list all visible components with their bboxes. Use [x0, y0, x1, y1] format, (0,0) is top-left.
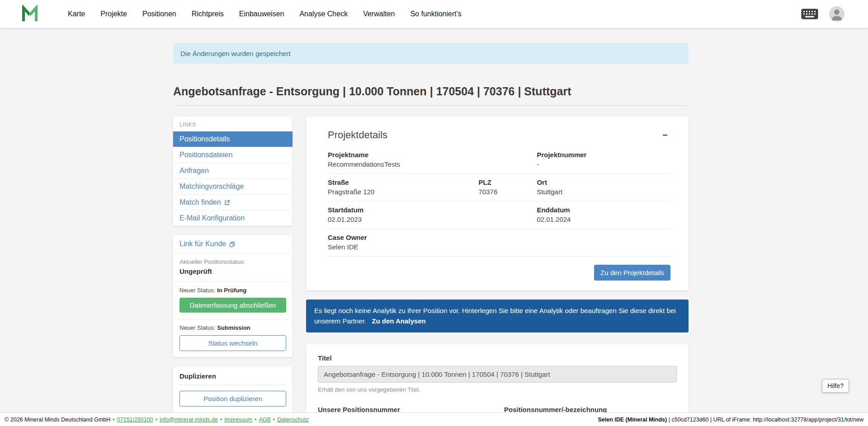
- next-status-section-2: Neuer Status: Submission Status wechseln: [173, 319, 292, 357]
- person-icon: [829, 6, 844, 22]
- next-status-line: Neuer Status: Submission: [179, 324, 286, 331]
- project-field-row: Case Owner Selen IDE: [328, 229, 670, 257]
- links-header: LINKS: [173, 117, 292, 131]
- left-sidebar: LINKS Positionsdetails Positionsdateien …: [173, 117, 292, 426]
- project-details-title: Projektdetails: [328, 129, 387, 141]
- customer-link[interactable]: Link für Kunde: [173, 235, 292, 253]
- footer-separator: •: [220, 417, 222, 423]
- duplicate-card: Duplizieren Position duplizieren: [173, 366, 292, 413]
- sidebar-item-matchingvorschlaege[interactable]: Matchingvorschläge: [173, 178, 292, 194]
- nav-item-karte[interactable]: Karte: [68, 10, 85, 18]
- content-column: Projektdetails − Projektname Recommendat…: [306, 117, 689, 426]
- title-help-text: Erhält den von uns vorgegebenen Titel.: [318, 386, 677, 393]
- duplicate-position-button[interactable]: Position duplizieren: [179, 391, 286, 407]
- sidebar-item-anfragen[interactable]: Anfragen: [173, 163, 292, 178]
- field-label: Straße: [328, 178, 479, 186]
- nav-item-richtpreis[interactable]: Richtpreis: [192, 10, 224, 18]
- session-user: Selen IDE (Mineral Minds): [598, 417, 667, 423]
- external-link-icon: [224, 200, 230, 206]
- collapse-minus-icon[interactable]: −: [660, 130, 670, 140]
- copyright-text: © 2026 Mineral Minds Deutschland GmbH: [5, 417, 110, 423]
- title-divider: [173, 105, 689, 106]
- current-status-value: Ungeprüft: [179, 267, 286, 275]
- project-field-row: Projektname RecommendationsTests Projekt…: [328, 146, 670, 174]
- mineral-minds-logo-icon: [21, 5, 42, 23]
- title-field-label: Titel: [318, 354, 677, 362]
- sidebar-item-match-finden[interactable]: Match finden: [173, 194, 292, 210]
- field-label: Projektnummer: [537, 151, 670, 159]
- title-input: [318, 366, 677, 383]
- success-alert: Die Änderungen wurden gespeichert: [173, 43, 689, 64]
- current-status-section: Aktueller Positionsstatus: Ungeprüft: [173, 253, 292, 282]
- next-status-value: Submission: [217, 324, 250, 331]
- nav-item-verwalten[interactable]: Verwalten: [363, 10, 395, 18]
- session-info: Selen IDE (Mineral Minds) | c50cd7123d60…: [598, 417, 863, 423]
- field-label: PLZ: [479, 178, 537, 186]
- field-value: 02.01.2024: [537, 215, 670, 223]
- duplicate-card-title: Duplizieren: [179, 372, 286, 385]
- sidebar-item-positionsdateien[interactable]: Positionsdateien: [173, 147, 292, 163]
- next-status-line: Neuer Status: In Prüfung: [179, 287, 286, 294]
- project-field-row: Straße Pragstraße 120 PLZ 70376 Ort Stut…: [328, 174, 670, 201]
- next-status-label: Neuer Status:: [179, 287, 216, 294]
- main-container: Die Änderungen wurden gespeichert Angebo…: [173, 43, 689, 426]
- analytics-banner: Es liegt noch keine Analytik zu Ihrer Po…: [306, 300, 689, 332]
- nav-item-analyse-check[interactable]: Analyse Check: [299, 10, 348, 18]
- next-status-label: Neuer Status:: [179, 324, 216, 331]
- nav-item-projekte[interactable]: Projekte: [100, 10, 127, 18]
- brand-logo[interactable]: [21, 5, 42, 23]
- switch-status-button[interactable]: Status wechseln: [179, 335, 286, 351]
- next-status-section-1: Neuer Status: In Prüfung Datenerfassung …: [173, 282, 292, 319]
- sidebar-item-label: Match finden: [179, 198, 221, 206]
- navbar-right: [801, 6, 844, 22]
- footer-separator: •: [273, 417, 275, 423]
- page-title: Angebotsanfrage - Entsorgung | 10.000 To…: [173, 85, 689, 98]
- top-navbar: Karte Projekte Positionen Richtpreis Ein…: [0, 0, 868, 28]
- field-label: Startdatum: [328, 206, 479, 214]
- field-value: -: [537, 160, 670, 168]
- footer-email-link[interactable]: info@mineral-minds.de: [160, 417, 218, 423]
- current-status-label: Aktueller Positionsstatus:: [179, 258, 286, 265]
- main-nav: Karte Projekte Positionen Richtpreis Ein…: [68, 10, 477, 18]
- project-field-row: Startdatum 02.01.2023 Enddatum 02.01.202…: [328, 201, 670, 229]
- nav-item-positionen[interactable]: Positionen: [142, 10, 176, 18]
- field-label: Projektname: [328, 151, 479, 159]
- footer-separator: •: [156, 417, 157, 423]
- field-label: Enddatum: [537, 206, 670, 214]
- field-label: Ort: [537, 178, 670, 186]
- complete-data-entry-button[interactable]: Datenerfassung abschließen: [179, 298, 286, 313]
- next-status-value: In Prüfung: [217, 287, 246, 294]
- status-card: Link für Kunde Aktueller Positionsstatus…: [173, 235, 292, 357]
- go-to-analyses-link[interactable]: Zu den Analysen: [372, 317, 425, 325]
- footer-phone-link[interactable]: 07151/250100: [117, 417, 153, 423]
- nav-item-einbauweisen[interactable]: Einbauweisen: [239, 10, 284, 18]
- user-avatar[interactable]: [829, 6, 844, 22]
- field-value: 02.01.2023: [328, 215, 479, 223]
- footer-separator: •: [113, 417, 114, 423]
- sidebar-item-email-konfiguration[interactable]: E-Mail Konfiguration: [173, 210, 292, 226]
- field-value: 70376: [479, 188, 537, 196]
- footer-agb-link[interactable]: AGB: [259, 417, 270, 423]
- customer-link-label: Link für Kunde: [179, 240, 226, 248]
- nav-item-so-funktionierts[interactable]: So funktioniert's: [410, 10, 461, 18]
- field-value: RecommendationsTests: [328, 160, 479, 168]
- copy-icon: [229, 241, 235, 247]
- help-button[interactable]: Hilfe?: [822, 379, 849, 393]
- footer-impressum-link[interactable]: Impressum: [224, 417, 252, 423]
- field-value: Pragstraße 120: [328, 188, 479, 196]
- sidebar-item-positionsdetails[interactable]: Positionsdetails: [173, 131, 292, 147]
- project-details-card: Projektdetails − Projektname Recommendat…: [306, 117, 689, 290]
- analytics-banner-text: Es liegt noch keine Analytik zu Ihrer Po…: [314, 307, 676, 325]
- page-footer: © 2026 Mineral Minds Deutschland GmbH • …: [0, 412, 868, 426]
- field-label: Case Owner: [328, 234, 479, 241]
- session-details: | c50cd7123d60 | URL of iFrame: http://l…: [667, 417, 863, 423]
- footer-datenschutz-link[interactable]: Datenschutz: [277, 417, 308, 423]
- footer-separator: •: [255, 417, 256, 423]
- sidebar-links-card: LINKS Positionsdetails Positionsdateien …: [173, 117, 292, 226]
- keyboard-icon[interactable]: [801, 9, 818, 19]
- go-to-project-details-button[interactable]: Zu den Projektdetails: [594, 265, 670, 281]
- field-value: Stuttgart: [537, 188, 670, 196]
- field-value: Selen IDE: [328, 243, 479, 251]
